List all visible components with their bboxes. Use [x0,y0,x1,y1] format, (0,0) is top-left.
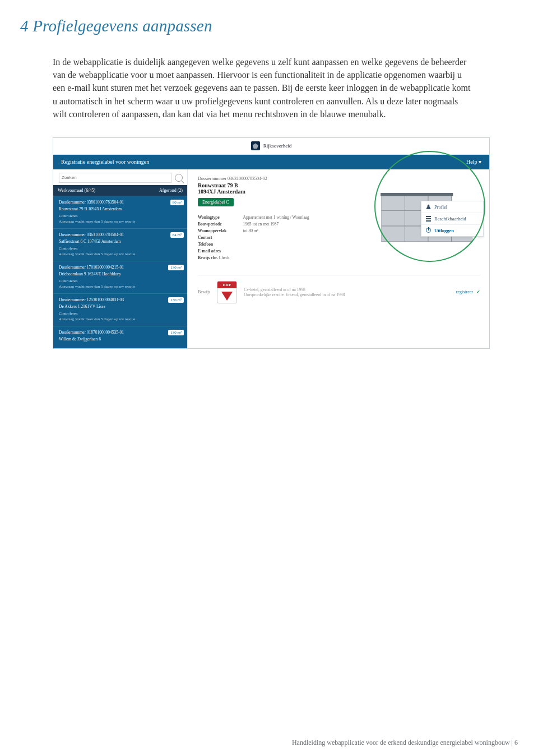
svg-rect-6 [382,226,405,242]
dossier-address: Saffierstraat 6 C 1074GJ Amsterdam [59,239,183,244]
prop-key: Woonoppervlak [198,228,226,233]
dossier-status: Controleren [59,214,183,218]
help-menu-profile[interactable]: Profiel [421,201,483,213]
tab-werkvoorraad[interactable]: Werkvoorraad (6/45) [58,188,95,193]
pdf-file-icon[interactable]: PDF [217,281,237,303]
dossier-wait-note: Aanvraag wacht meer dan 5 dagen op uw re… [59,317,183,321]
help-menu-availability[interactable]: Beschikbaarheid [421,213,483,224]
svg-rect-10 [381,193,453,196]
svg-rect-3 [382,210,405,226]
dossier-sidebar: Werkvoorraad (6/45) Afgerond (2) 80 m² D… [53,169,188,348]
prop-key: Bouwperiode [198,222,222,227]
bewijs-label: Bewijs [198,289,210,294]
help-menu-logout-label: Uitloggen [434,228,454,233]
power-icon [426,228,431,233]
app-blue-bar: Registratie energielabel voor woningen H… [53,155,489,169]
dossier-address: Willem de Zwijgerlaan 6 [59,336,183,342]
help-menu-availability-label: Beschikbaarheid [434,216,466,222]
dossier-address: Drieboomlaan 9 1624VE Hoofddorp [59,271,183,276]
search-input[interactable] [59,173,171,183]
dossier-number: Dossiernummer 170103000004215-01 [59,265,183,270]
pdf-text-line2: Oorspronkelijke reactie: Erkend, geïnsta… [244,292,345,297]
dossier-item[interactable]: 130 m² Dossiernummer 018701000004535-01 … [53,326,187,348]
dossier-number: Dossiernummer 038010000783504-01 [59,200,183,205]
dossier-address: De Akkers 1 2161VV Lisse [59,304,183,309]
pdf-text-line1: Cv-ketel, geïnstalleerd in of na 1998 [244,287,345,292]
prop-value: 1965 tot en met 1987 [243,221,309,228]
help-menu-logout[interactable]: Uitloggen [421,224,483,236]
embedded-screenshot: Rijksoverheid Registratie energielabel v… [53,137,484,349]
help-menu-trigger[interactable]: Help ▾ [466,159,481,165]
dossier-detail: Dossiernummer 036310000783504-02 Rouwstr… [188,169,489,348]
person-icon [426,204,431,209]
app-top-bar: Rijksoverheid [53,138,489,155]
dossier-wait-note: Aanvraag wacht meer dan 5 dagen op uw re… [59,252,183,256]
prop-key: Telefoon [198,242,213,247]
pdf-badge-label: PDF [217,282,236,288]
register-link[interactable]: registreer [456,289,473,294]
tab-afgerond[interactable]: Afgerond (2) [159,188,183,193]
dossier-address: Rouwstraat 79 B 1094XJ Amsterdam [59,206,183,211]
area-chip: 84 m² [170,232,184,238]
prop-value: Appartement met 1 woning / Woonlaag [243,214,309,221]
calendar-icon [426,216,431,222]
prop-key: E-mail adres [198,248,221,253]
svg-rect-0 [382,195,405,211]
dossier-number: Dossiernummer 036310000783504-01 [59,232,183,237]
prop-value: Check [219,255,229,260]
area-chip: 130 m² [168,265,184,270]
help-menu-profile-label: Profiel [434,204,447,210]
dossier-number: Dossiernummer 018701000004535-01 [59,330,183,335]
sidebar-tab-header: Werkvoorraad (6/45) Afgerond (2) [53,185,187,196]
area-chip: 130 m² [168,330,184,335]
prop-key: Contact [198,235,212,240]
prop-value: tot 80 m² [243,228,309,234]
prop-key: Bewijs vbr. [198,255,218,260]
prop-key: Woningtype [198,215,220,220]
dossier-item[interactable]: 130 m² Dossiernummer 170103000004215-01 … [53,261,187,293]
dossier-item[interactable]: 130 m² Dossiernummer 125301000004031-03 … [53,293,187,326]
rijksoverheid-logo-icon [251,141,260,150]
dossier-status: Controleren [59,311,183,316]
body-paragraph: In de webapplicatie is duidelijk aangege… [53,56,471,121]
page-footer: Handleiding webapplicatie voor de erkend… [292,739,518,747]
area-chip: 130 m² [168,297,184,303]
dossier-status: Controleren [59,246,183,251]
brand-text: Rijksoverheid [263,143,292,149]
search-icon[interactable] [175,174,183,182]
dossier-status: Controleren [59,279,183,283]
energielabel-badge: Energielabel C [198,198,234,206]
help-dropdown: Profiel Beschikbaarheid Uitloggen [421,201,484,237]
dossier-wait-note: Aanvraag wacht meer dan 5 dagen op uw re… [59,219,183,224]
app-title: Registratie energielabel voor woningen [61,159,149,165]
area-chip: 80 m² [170,200,184,205]
dossier-wait-note: Aanvraag wacht meer dan 5 dagen op uw re… [59,284,183,289]
section-heading: 4 Profielgegevens aanpassen [20,17,504,35]
dossier-item[interactable]: 84 m² Dossiernummer 036310000783504-01 S… [53,228,187,261]
check-icon: ✔ [476,289,480,294]
dossier-number: Dossiernummer 125301000004031-03 [59,297,183,302]
dossier-item[interactable]: 80 m² Dossiernummer 038010000783504-01 R… [53,196,187,228]
